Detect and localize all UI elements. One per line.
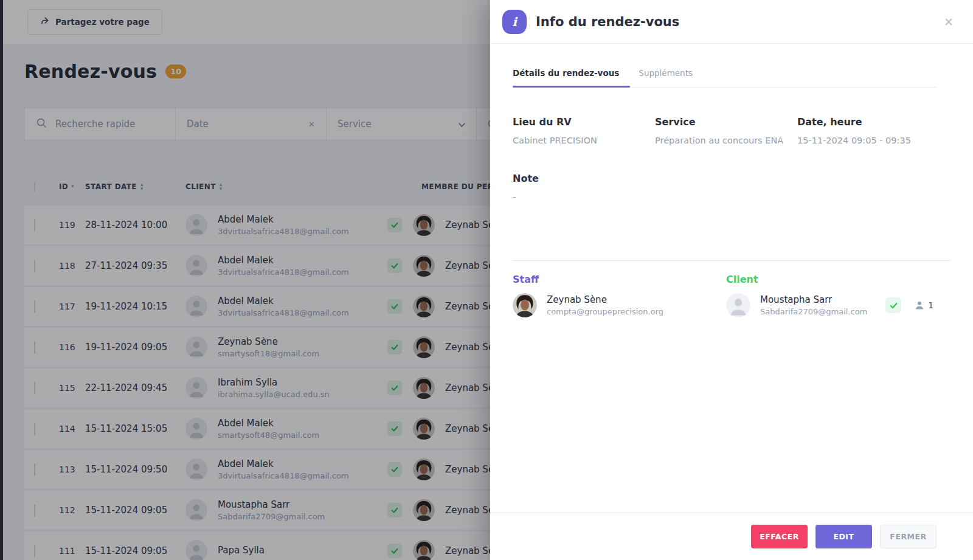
datetime-value: 15-11-2024 09:05 - 09:35 — [797, 136, 950, 145]
edit-button[interactable]: EDIT — [815, 525, 872, 548]
delete-button[interactable]: EFFACER — [751, 525, 808, 548]
modal-footer: EFFACER EDIT FERMER — [490, 513, 973, 560]
service-value: Préparation au concours ENA — [655, 136, 797, 145]
staff-name: Zeynab Sène — [547, 294, 663, 305]
client-approved-icon — [885, 297, 901, 313]
note-value: - — [513, 192, 950, 202]
client-email: Sabdarifa2709@gmail.com — [760, 307, 867, 316]
modal-title: Info du rendez-vous — [536, 15, 679, 29]
appointment-info-modal: i Info du rendez-vous ✕ Détails du rende… — [490, 0, 973, 560]
section-divider — [513, 260, 950, 261]
client-name: Moustapha Sarr — [760, 294, 867, 305]
staff-email: compta@groupeprecision.org — [547, 307, 663, 316]
close-icon[interactable]: ✕ — [944, 15, 954, 29]
modal-tabs: Détails du rendez-vous Suppléments — [513, 68, 937, 88]
info-icon: i — [502, 10, 527, 34]
staff-section-label: Staff — [513, 274, 726, 285]
modal-body: Lieu du RV Cabinet PRECISION Service Pré… — [490, 88, 973, 513]
client-avatar-placeholder — [726, 293, 750, 317]
close-button[interactable]: FERMER — [880, 525, 937, 548]
modal-header: i Info du rendez-vous ✕ — [490, 0, 973, 44]
persons-count: 1 — [915, 300, 933, 310]
datetime-label: Date, heure — [797, 116, 950, 128]
location-value: Cabinet PRECISION — [513, 136, 655, 145]
person-icon — [915, 300, 924, 310]
note-label: Note — [513, 173, 950, 184]
tab-supplements[interactable]: Suppléments — [639, 68, 693, 87]
persons-count-value: 1 — [928, 300, 933, 310]
tab-details[interactable]: Détails du rendez-vous — [513, 68, 619, 87]
service-label: Service — [655, 116, 797, 128]
staff-person: Zeynab Sène compta@groupeprecision.org — [513, 293, 726, 317]
location-label: Lieu du RV — [513, 116, 655, 128]
client-person: Moustapha Sarr Sabdarifa2709@gmail.com 1 — [726, 293, 950, 317]
client-section-label: Client — [726, 274, 950, 285]
staff-avatar-photo — [513, 293, 537, 317]
